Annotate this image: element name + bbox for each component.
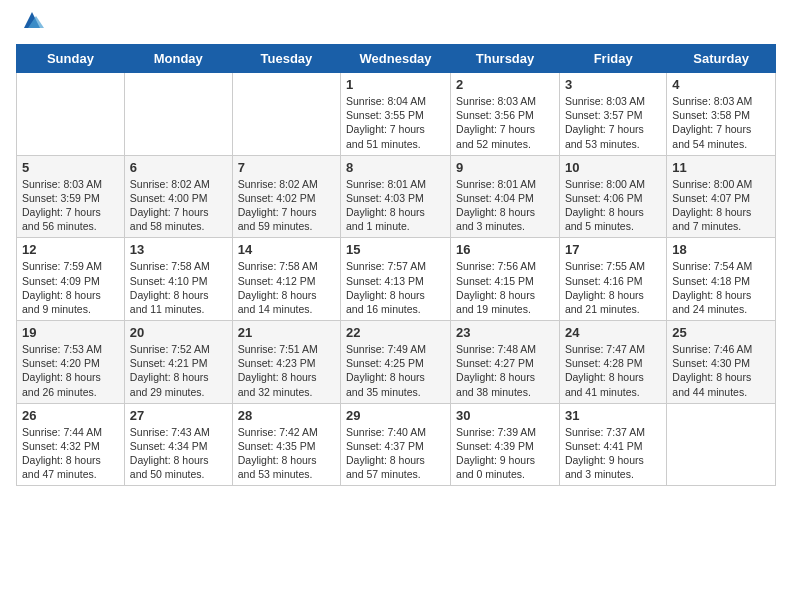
calendar-week-5: 26Sunrise: 7:44 AM Sunset: 4:32 PM Dayli… [17, 403, 776, 486]
calendar-week-4: 19Sunrise: 7:53 AM Sunset: 4:20 PM Dayli… [17, 321, 776, 404]
day-number: 4 [672, 77, 770, 92]
day-number: 11 [672, 160, 770, 175]
calendar-cell: 7Sunrise: 8:02 AM Sunset: 4:02 PM Daylig… [232, 155, 340, 238]
day-info: Sunrise: 8:03 AM Sunset: 3:59 PM Dayligh… [22, 177, 119, 234]
day-number: 27 [130, 408, 227, 423]
calendar-cell: 20Sunrise: 7:52 AM Sunset: 4:21 PM Dayli… [124, 321, 232, 404]
day-number: 5 [22, 160, 119, 175]
day-info: Sunrise: 8:02 AM Sunset: 4:00 PM Dayligh… [130, 177, 227, 234]
day-number: 10 [565, 160, 661, 175]
calendar-cell: 9Sunrise: 8:01 AM Sunset: 4:04 PM Daylig… [451, 155, 560, 238]
day-info: Sunrise: 7:47 AM Sunset: 4:28 PM Dayligh… [565, 342, 661, 399]
day-info: Sunrise: 7:56 AM Sunset: 4:15 PM Dayligh… [456, 259, 554, 316]
day-number: 22 [346, 325, 445, 340]
calendar-cell: 14Sunrise: 7:58 AM Sunset: 4:12 PM Dayli… [232, 238, 340, 321]
day-info: Sunrise: 7:39 AM Sunset: 4:39 PM Dayligh… [456, 425, 554, 482]
calendar-cell: 2Sunrise: 8:03 AM Sunset: 3:56 PM Daylig… [451, 73, 560, 156]
day-number: 18 [672, 242, 770, 257]
day-number: 3 [565, 77, 661, 92]
calendar-cell: 28Sunrise: 7:42 AM Sunset: 4:35 PM Dayli… [232, 403, 340, 486]
calendar-cell: 22Sunrise: 7:49 AM Sunset: 4:25 PM Dayli… [341, 321, 451, 404]
day-info: Sunrise: 8:04 AM Sunset: 3:55 PM Dayligh… [346, 94, 445, 151]
calendar-cell [17, 73, 125, 156]
day-info: Sunrise: 7:51 AM Sunset: 4:23 PM Dayligh… [238, 342, 335, 399]
calendar-week-1: 1Sunrise: 8:04 AM Sunset: 3:55 PM Daylig… [17, 73, 776, 156]
calendar-cell: 23Sunrise: 7:48 AM Sunset: 4:27 PM Dayli… [451, 321, 560, 404]
day-info: Sunrise: 8:01 AM Sunset: 4:04 PM Dayligh… [456, 177, 554, 234]
day-info: Sunrise: 7:58 AM Sunset: 4:10 PM Dayligh… [130, 259, 227, 316]
calendar-cell: 6Sunrise: 8:02 AM Sunset: 4:00 PM Daylig… [124, 155, 232, 238]
logo-icon [20, 8, 44, 32]
calendar-cell: 18Sunrise: 7:54 AM Sunset: 4:18 PM Dayli… [667, 238, 776, 321]
day-info: Sunrise: 7:43 AM Sunset: 4:34 PM Dayligh… [130, 425, 227, 482]
day-number: 2 [456, 77, 554, 92]
calendar-cell: 26Sunrise: 7:44 AM Sunset: 4:32 PM Dayli… [17, 403, 125, 486]
day-info: Sunrise: 8:00 AM Sunset: 4:07 PM Dayligh… [672, 177, 770, 234]
calendar-cell: 13Sunrise: 7:58 AM Sunset: 4:10 PM Dayli… [124, 238, 232, 321]
calendar-cell: 12Sunrise: 7:59 AM Sunset: 4:09 PM Dayli… [17, 238, 125, 321]
calendar-cell: 11Sunrise: 8:00 AM Sunset: 4:07 PM Dayli… [667, 155, 776, 238]
day-number: 31 [565, 408, 661, 423]
day-info: Sunrise: 7:54 AM Sunset: 4:18 PM Dayligh… [672, 259, 770, 316]
day-number: 7 [238, 160, 335, 175]
calendar-week-3: 12Sunrise: 7:59 AM Sunset: 4:09 PM Dayli… [17, 238, 776, 321]
day-info: Sunrise: 8:03 AM Sunset: 3:57 PM Dayligh… [565, 94, 661, 151]
calendar-week-2: 5Sunrise: 8:03 AM Sunset: 3:59 PM Daylig… [17, 155, 776, 238]
calendar-cell: 29Sunrise: 7:40 AM Sunset: 4:37 PM Dayli… [341, 403, 451, 486]
calendar-cell [232, 73, 340, 156]
day-info: Sunrise: 7:40 AM Sunset: 4:37 PM Dayligh… [346, 425, 445, 482]
day-number: 1 [346, 77, 445, 92]
calendar-cell: 19Sunrise: 7:53 AM Sunset: 4:20 PM Dayli… [17, 321, 125, 404]
calendar-cell: 17Sunrise: 7:55 AM Sunset: 4:16 PM Dayli… [559, 238, 666, 321]
day-number: 26 [22, 408, 119, 423]
day-number: 30 [456, 408, 554, 423]
calendar-cell: 30Sunrise: 7:39 AM Sunset: 4:39 PM Dayli… [451, 403, 560, 486]
day-number: 8 [346, 160, 445, 175]
day-number: 17 [565, 242, 661, 257]
calendar-cell [667, 403, 776, 486]
day-number: 9 [456, 160, 554, 175]
day-info: Sunrise: 7:49 AM Sunset: 4:25 PM Dayligh… [346, 342, 445, 399]
calendar-header-saturday: Saturday [667, 45, 776, 73]
page-header [16, 16, 776, 32]
logo [16, 16, 44, 32]
calendar-cell: 3Sunrise: 8:03 AM Sunset: 3:57 PM Daylig… [559, 73, 666, 156]
calendar-cell: 31Sunrise: 7:37 AM Sunset: 4:41 PM Dayli… [559, 403, 666, 486]
day-info: Sunrise: 8:02 AM Sunset: 4:02 PM Dayligh… [238, 177, 335, 234]
calendar-cell: 4Sunrise: 8:03 AM Sunset: 3:58 PM Daylig… [667, 73, 776, 156]
calendar-header-wednesday: Wednesday [341, 45, 451, 73]
day-info: Sunrise: 7:44 AM Sunset: 4:32 PM Dayligh… [22, 425, 119, 482]
day-info: Sunrise: 7:57 AM Sunset: 4:13 PM Dayligh… [346, 259, 445, 316]
calendar: SundayMondayTuesdayWednesdayThursdayFrid… [16, 44, 776, 486]
day-number: 13 [130, 242, 227, 257]
day-info: Sunrise: 7:42 AM Sunset: 4:35 PM Dayligh… [238, 425, 335, 482]
day-number: 6 [130, 160, 227, 175]
calendar-cell: 8Sunrise: 8:01 AM Sunset: 4:03 PM Daylig… [341, 155, 451, 238]
calendar-cell: 24Sunrise: 7:47 AM Sunset: 4:28 PM Dayli… [559, 321, 666, 404]
day-number: 24 [565, 325, 661, 340]
calendar-header-thursday: Thursday [451, 45, 560, 73]
calendar-header-monday: Monday [124, 45, 232, 73]
day-info: Sunrise: 7:48 AM Sunset: 4:27 PM Dayligh… [456, 342, 554, 399]
day-number: 12 [22, 242, 119, 257]
day-number: 15 [346, 242, 445, 257]
calendar-cell: 5Sunrise: 8:03 AM Sunset: 3:59 PM Daylig… [17, 155, 125, 238]
day-info: Sunrise: 7:59 AM Sunset: 4:09 PM Dayligh… [22, 259, 119, 316]
logo-text [16, 16, 44, 32]
calendar-cell: 21Sunrise: 7:51 AM Sunset: 4:23 PM Dayli… [232, 321, 340, 404]
calendar-cell [124, 73, 232, 156]
day-info: Sunrise: 7:58 AM Sunset: 4:12 PM Dayligh… [238, 259, 335, 316]
day-number: 14 [238, 242, 335, 257]
day-number: 23 [456, 325, 554, 340]
calendar-header-tuesday: Tuesday [232, 45, 340, 73]
calendar-header-sunday: Sunday [17, 45, 125, 73]
day-info: Sunrise: 7:37 AM Sunset: 4:41 PM Dayligh… [565, 425, 661, 482]
calendar-cell: 25Sunrise: 7:46 AM Sunset: 4:30 PM Dayli… [667, 321, 776, 404]
day-info: Sunrise: 7:46 AM Sunset: 4:30 PM Dayligh… [672, 342, 770, 399]
day-info: Sunrise: 8:03 AM Sunset: 3:58 PM Dayligh… [672, 94, 770, 151]
day-number: 19 [22, 325, 119, 340]
calendar-cell: 1Sunrise: 8:04 AM Sunset: 3:55 PM Daylig… [341, 73, 451, 156]
day-number: 21 [238, 325, 335, 340]
day-number: 20 [130, 325, 227, 340]
day-info: Sunrise: 7:52 AM Sunset: 4:21 PM Dayligh… [130, 342, 227, 399]
